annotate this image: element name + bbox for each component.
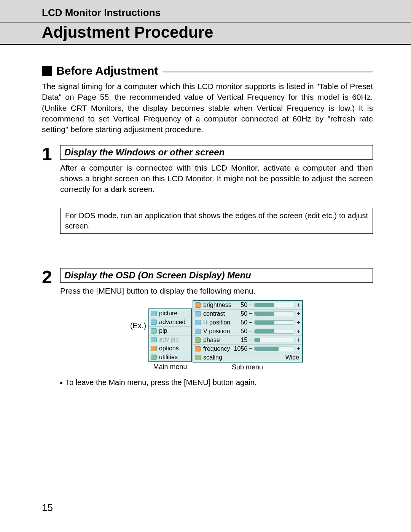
sub-item-label: V position (203, 328, 233, 335)
minus-icon[interactable]: − (248, 337, 253, 343)
slider-fill (254, 329, 274, 333)
section-title: Before Adjustment (56, 64, 158, 77)
section-body: The signal timing for a computer which t… (42, 81, 373, 135)
step-2: 2 Display the OSD (On Screen Display) Me… (42, 268, 373, 387)
sub-item-icon (195, 346, 201, 351)
slider-fill (254, 312, 274, 316)
sub-item-icon (195, 329, 201, 334)
sub-item-label: frequency (203, 345, 233, 352)
slider-track[interactable] (254, 338, 295, 342)
page-number: 15 (42, 502, 53, 514)
step-1: 1 Display the Windows or other screen Af… (42, 145, 373, 234)
sub-item-value: 50 (233, 328, 248, 335)
header-band: LCD Monitor Instructions Adjustment Proc… (0, 0, 411, 44)
section-marker-icon (42, 66, 52, 76)
step-2-bullet: To leave the Main menu, press the [MENU]… (60, 378, 373, 387)
slider-fill (254, 303, 274, 307)
sub-item-label: contrast (203, 310, 233, 317)
step-2-title: Display the OSD (On Screen Display) Menu (60, 268, 373, 283)
section-heading: Before Adjustment (42, 64, 373, 77)
sub-item-label: scaling (203, 354, 233, 361)
osd-sub-item[interactable]: V position50−+ (193, 327, 302, 336)
osd-sub-item[interactable]: brightness50−+ (193, 301, 302, 310)
osd-sub-item[interactable]: contrast50−+ (193, 310, 302, 318)
menu-item-icon (151, 320, 157, 325)
plus-icon[interactable]: + (296, 319, 301, 326)
step-1-note: For DOS mode, run an application that sh… (60, 208, 373, 234)
sub-item-icon (195, 311, 201, 316)
minus-icon[interactable]: − (248, 319, 253, 326)
sub-item-value: 50 (233, 319, 248, 326)
sub-item-icon (195, 302, 201, 308)
sub-item-value: Wide (233, 354, 301, 361)
plus-icon[interactable]: + (296, 337, 301, 343)
minus-icon[interactable]: − (248, 345, 253, 352)
sub-item-icon (195, 337, 201, 343)
osd-main-menu: pictureadvancedpipadv pipoptionsutilitie… (148, 308, 192, 362)
sub-item-label: brightness (203, 302, 233, 308)
plus-icon[interactable]: + (296, 328, 301, 335)
minus-icon[interactable]: − (248, 328, 253, 335)
slider-track[interactable] (254, 329, 295, 334)
main-menu-caption: Main menu (153, 363, 187, 371)
slider-fill (254, 347, 279, 351)
minus-icon[interactable]: − (248, 302, 253, 308)
step-1-title: Display the Windows or other screen (60, 145, 373, 160)
osd-main-item[interactable]: options (149, 344, 191, 353)
osd-main-item[interactable]: pip (149, 327, 191, 335)
sub-item-value: 50 (233, 310, 248, 317)
sub-menu-caption: Sub menu (232, 363, 263, 371)
plus-icon[interactable]: + (296, 302, 301, 308)
osd-sub-item[interactable]: scalingWide (193, 353, 302, 362)
slider-fill (254, 321, 274, 324)
osd-sub-item[interactable]: phase15−+ (193, 336, 302, 345)
example-label: (Ex.) (130, 321, 146, 330)
menu-item-icon (151, 311, 157, 316)
sub-item-value: 1056 (233, 345, 248, 352)
osd-main-item[interactable]: utilities (149, 353, 191, 361)
menu-item-label: utilities (159, 354, 178, 361)
slider-track[interactable] (254, 347, 295, 351)
step-1-body: After a computer is connected with this … (60, 163, 373, 195)
step-number: 1 (42, 145, 60, 163)
menu-item-label: advanced (159, 319, 185, 326)
slider-track[interactable] (254, 303, 295, 307)
step-2-body: Press the [MENU] button to display the f… (60, 286, 373, 296)
osd-main-item[interactable]: advanced (149, 318, 191, 327)
osd-sub-item[interactable]: H position50−+ (193, 318, 302, 327)
menu-item-label: options (159, 345, 179, 352)
sub-item-value: 50 (233, 302, 248, 308)
slider-fill (254, 338, 260, 342)
menu-item-icon (151, 337, 157, 342)
menu-item-label: picture (159, 310, 177, 317)
sub-item-icon (195, 320, 201, 325)
doc-subtitle: LCD Monitor Instructions (0, 5, 411, 22)
plus-icon[interactable]: + (296, 310, 301, 317)
manual-page: LCD Monitor Instructions Adjustment Proc… (0, 0, 411, 532)
slider-track[interactable] (254, 320, 295, 325)
osd-example: (Ex.) pictureadvancedpipadv pipoptionsut… (60, 300, 373, 371)
content-area: Before Adjustment The signal timing for … (0, 45, 411, 387)
sub-item-icon (195, 355, 201, 360)
osd-main-item[interactable]: picture (149, 309, 191, 318)
bullet-text: To leave the Main menu, press the [MENU]… (65, 378, 257, 387)
menu-item-label: pip (159, 328, 167, 334)
slider-track[interactable] (254, 312, 295, 316)
menu-item-icon (151, 355, 157, 360)
minus-icon[interactable]: − (248, 310, 253, 317)
sub-item-value: 15 (233, 337, 248, 343)
plus-icon[interactable]: + (296, 345, 301, 352)
menu-item-icon (151, 346, 157, 351)
step-number: 2 (42, 268, 60, 286)
section-rule (162, 72, 373, 72)
osd-sub-item[interactable]: frequency1056−+ (193, 345, 302, 353)
osd-main-item[interactable]: adv pip (149, 335, 191, 344)
osd-sub-menu: brightness50−+contrast50−+H position50−+… (193, 300, 303, 363)
sub-item-label: H position (203, 319, 233, 326)
sub-item-label: phase (203, 337, 233, 343)
menu-item-icon (151, 328, 157, 334)
bullet-icon (60, 382, 62, 384)
menu-item-label: adv pip (159, 336, 179, 343)
doc-title: Adjustment Procedure (0, 22, 411, 44)
